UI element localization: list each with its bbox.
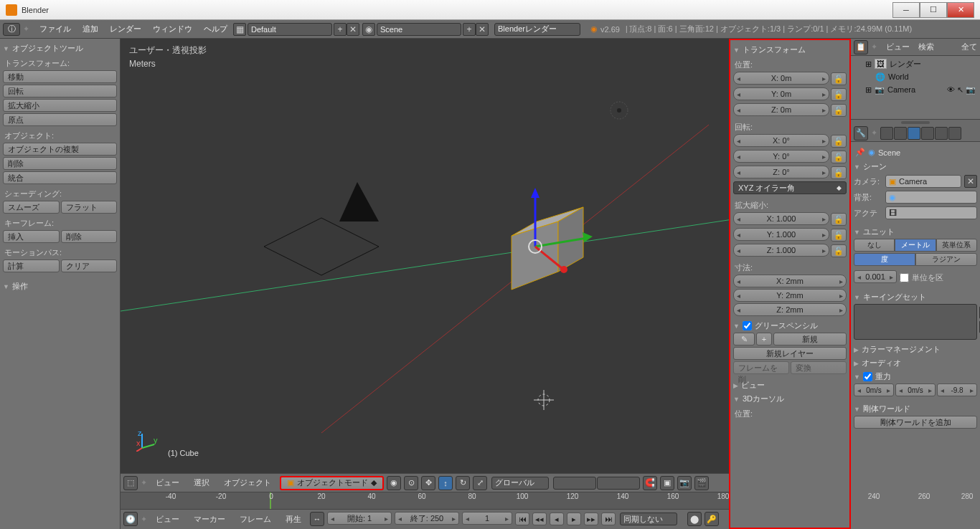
tab-layers[interactable] [894,127,907,140]
outliner-item-camera[interactable]: ⊞📷Camera👁↖📷 [865,83,976,96]
audio-panel-header[interactable]: オーディオ [854,356,977,370]
menu-add[interactable]: 追加 [77,24,104,34]
layer-buttons[interactable] [553,477,640,490]
timeline-ruler[interactable]: -40 -20 0 20 40 60 80 100 120 140 160 18… [121,492,729,510]
rigidworld-panel-header[interactable]: 剛体ワールド [854,402,977,416]
transform-panel-header[interactable]: トランスフォーム [733,43,847,57]
tab-object[interactable] [935,127,948,140]
render-preview[interactable]: 📷 [677,476,692,490]
manipulator-toggle[interactable]: ✥ [421,476,435,490]
layout-add-button[interactable]: + [334,23,347,36]
rot-z-field[interactable]: Z: 0° [733,166,829,178]
render-anim[interactable]: 🎬 [694,476,709,490]
scene-field[interactable]: Scene [377,23,461,36]
outliner-editor-type[interactable]: 📋 [854,40,868,54]
start-frame-field[interactable]: 開始: 1 [327,512,392,525]
unit-degrees-toggle[interactable]: 度 [854,253,915,266]
unit-separate-checkbox[interactable] [900,273,909,282]
key-insert-button[interactable]: 挿入 [3,230,60,243]
tab-constraints[interactable] [948,127,961,140]
lock-icon[interactable]: 🔓 [831,244,847,257]
use-preview-range[interactable]: ↔ [310,512,324,526]
menu-help[interactable]: ヘルプ [198,24,233,34]
join-button[interactable]: 統合 [3,171,117,184]
properties-editor-type[interactable]: 🔧 [854,126,868,140]
menu-window[interactable]: ウィンドウ [147,24,198,34]
editor-type-icon[interactable]: ⬚ [123,476,138,490]
unit-radians-toggle[interactable]: ラジアン [915,253,977,266]
lock-icon[interactable]: 🔓 [831,135,847,148]
delete-button[interactable]: 削除 [3,157,117,170]
outliner-tree[interactable]: ⊞🖼レンダー 🌐World ⊞📷Camera👁↖📷 [851,56,980,119]
maximize-button[interactable]: ☐ [920,2,947,18]
camera-field[interactable]: ▣Camera [885,175,961,188]
unit-scale-field[interactable]: 0.001 [854,270,897,283]
tab-world[interactable] [921,127,934,140]
manipulator-scale[interactable]: ⤢ [473,476,487,490]
screen-layout-field[interactable]: Default [248,23,332,36]
unit-metric-toggle[interactable]: メートル [895,239,936,252]
grease-enable-checkbox[interactable] [743,321,752,330]
end-frame-field[interactable]: 終了: 250 [395,512,459,525]
jump-start-button[interactable]: ⏮ [515,513,529,525]
tab-render[interactable] [880,127,893,140]
grav-x-field[interactable]: 0m/s [854,383,894,396]
camera-clear-icon[interactable]: ✕ [964,175,977,188]
translate-button[interactable]: 移動 [3,70,117,83]
render-engine-selector[interactable]: Blenderレンダー [494,23,580,36]
mp-calculate-button[interactable]: 計算 [3,259,60,272]
lock-icon[interactable]: 🔓 [831,72,847,85]
ol-menu-view[interactable]: ビュー [880,42,915,52]
menu-render[interactable]: レンダー [104,24,147,34]
key-remove-button[interactable]: 削除 [61,230,118,243]
dim-x-field[interactable]: X: 2mm [733,275,847,287]
scene-add-button[interactable]: + [463,23,476,36]
tab-scene[interactable] [908,127,920,140]
ol-filter[interactable]: 全て [961,42,977,52]
keying-panel-header[interactable]: キーイングセット [854,290,977,304]
scene-browse-icon[interactable]: ◉ [362,23,375,36]
unit-none-toggle[interactable]: なし [854,239,895,252]
play-reverse-button[interactable]: ◂ [550,513,564,525]
scrollbar[interactable] [901,121,930,124]
scl-x-field[interactable]: X: 1.000 [733,212,829,225]
minimize-button[interactable]: ─ [892,2,920,18]
manipulator-rotate[interactable]: ↻ [456,476,470,490]
grav-z-field[interactable]: -9.8 [937,383,977,396]
units-panel-header[interactable]: ユニット [854,225,977,239]
vp-menu-view[interactable]: ビュー [150,477,185,488]
sync-mode-selector[interactable]: 同期しない [620,513,677,525]
loc-z-field[interactable]: Z: 0m [733,103,829,116]
mp-clear-button[interactable]: クリア [61,259,118,272]
cursor-icon[interactable]: ↖ [957,85,963,95]
gravity-checkbox[interactable] [863,372,872,381]
prev-key-button[interactable]: ◂◂ [532,513,547,525]
orientation-selector[interactable]: グローバル [491,477,549,490]
colormgmt-panel-header[interactable]: カラーマネージメント [854,343,977,356]
scene-remove-button[interactable]: ✕ [476,23,489,36]
play-button[interactable]: ▸ [567,513,581,525]
outliner-item-world[interactable]: 🌐World [875,70,976,83]
scale-button[interactable]: 拡大縮小 [3,99,117,112]
eye-icon[interactable]: 👁 [947,85,955,95]
rotation-mode-selector[interactable]: XYZ オイラー角 [733,181,847,194]
pencil-icon[interactable]: ✎ [733,333,755,345]
tl-menu-view[interactable]: ビュー [150,514,185,525]
scl-y-field[interactable]: Y: 1.000 [733,228,829,241]
scene-panel-header[interactable]: シーン [854,160,977,173]
mode-selector[interactable]: ▣ オブジェクトモード ◆ [280,476,384,490]
lock-icon[interactable]: 🔓 [831,166,847,179]
operator-header[interactable]: 操作 [3,280,117,293]
auto-key-toggle[interactable]: ⬤ [687,512,702,526]
vp-menu-object[interactable]: オブジェクト [218,477,277,488]
lock-icon[interactable]: 🔓 [831,213,847,226]
vp-menu-select[interactable]: 選択 [188,477,215,488]
tl-menu-frame[interactable]: フレーム [234,514,277,525]
origin-button[interactable]: 原点 [3,113,117,126]
timeline-editor-type[interactable]: 🕐 [123,512,138,526]
viewport-3d[interactable]: ユーザー・透視投影 Meters [121,39,729,492]
active-clip-field[interactable]: 🎞 [885,206,977,219]
tl-menu-marker[interactable]: マーカー [188,514,231,525]
lock-icon[interactable]: 🔓 [831,229,847,242]
duplicate-button[interactable]: オブジェクトの複製 [3,143,117,156]
